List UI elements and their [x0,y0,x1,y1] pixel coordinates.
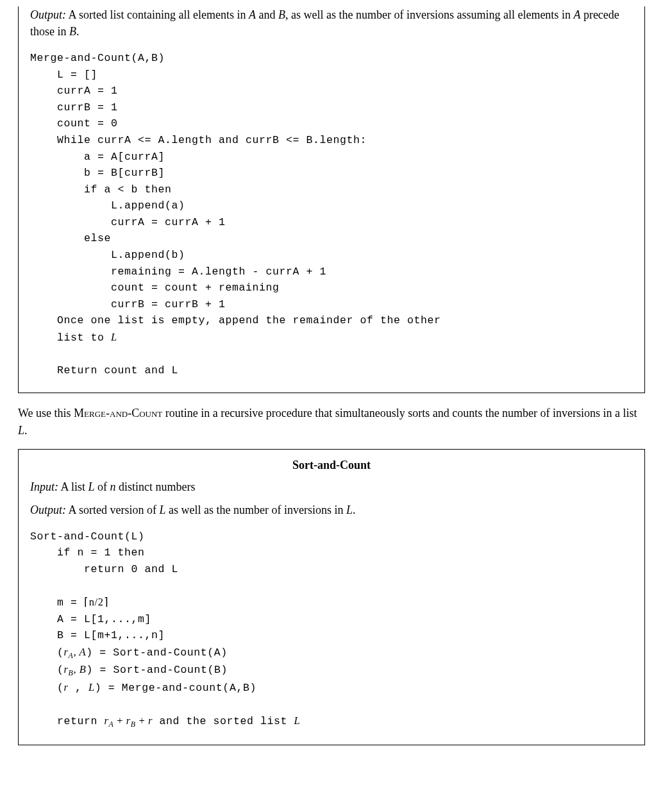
var-A: A [80,646,87,658]
text: distinct numbers [116,480,196,493]
var-L: L [111,331,117,343]
code-line: currA = currA + 1 [30,216,226,228]
code-line: Once one list is empty, append the remai… [30,314,441,326]
text: . [76,25,80,38]
text: as well as the number of inversions in [166,503,346,516]
var-rB: rB [126,715,136,727]
algorithm-box-merge-and-count: Output: A sorted list containing all ele… [18,6,645,393]
var-L: L [88,681,95,693]
text: . [353,503,356,516]
code-line: L.append(b) [30,249,185,261]
code-line: return 0 and L [30,563,178,575]
code-line: L = [] [30,69,97,81]
code-line: count = count + remaining [30,282,280,294]
between-text: We use this Merge-and-Count routine in a… [18,405,645,438]
var-L: L [160,503,166,516]
var-rB: rB [64,663,74,675]
code-line: (r , L) = Merge-and-count(A,B) [30,682,256,694]
code-line: Merge-and-Count(A,B) [30,52,165,64]
var-r: r [64,681,69,693]
algorithm-box-sort-and-count: Sort-and-Count Input: A list L of n dist… [18,449,645,745]
code-line: B = L[m+1,...,n] [30,629,165,641]
var-rA: rA [64,646,74,658]
code-line: currB = currB + 1 [30,298,226,310]
var-L: L [346,503,353,516]
code-line: a = A[currA] [30,151,165,163]
text: and [256,8,278,21]
code-line: currA = 1 [30,85,118,97]
box2-output: Output: A sorted version of L as well as… [30,502,633,518]
var-n: n [110,480,116,493]
code-line: else [30,232,111,244]
code-line: b = B[currB] [30,167,165,179]
code-line: (rB, B) = Sort-and-Count(B) [30,664,228,676]
code-line: A = L[1,...,m] [30,613,151,625]
code-line: L.append(a) [30,199,185,212]
text: A list [58,480,88,493]
code-line: While currA <= A.length and currB <= B.l… [30,134,367,146]
var-A: A [249,8,256,21]
output-label: Output: [30,503,66,516]
var-A: A [573,8,580,21]
code-line: Sort-and-Count(L) [30,530,145,543]
ceil-open: ⌈ [84,596,89,608]
code-line: if n = 1 then [30,546,145,559]
var-B: B [278,8,285,21]
code-line: count = 0 [30,117,118,130]
code-line: m = ⌈n/2⌉ [30,596,108,609]
sort-and-count-code: Sort-and-Count(L) if n = 1 then return 0… [30,529,633,731]
var-L: L [88,480,95,493]
box1-output: Output: A sorted list containing all ele… [30,6,633,40]
var-r: r [148,715,153,727]
text: A sorted version of [66,503,160,516]
ceil-inner: n/2 [89,596,104,608]
text: , as well as the number of inversions as… [285,8,573,21]
algorithm-title: Sort-and-Count [30,459,633,472]
text: A sorted list containing all elements in [66,8,249,21]
page: Output: A sorted list containing all ele… [0,6,663,770]
input-label: Input: [30,480,58,493]
var-rA: rA [105,715,114,727]
text: routine in a recursive procedure that si… [162,407,637,419]
ceil-close: ⌉ [104,596,109,608]
var-L: L [294,715,301,727]
code-line: (rA, A) = Sort-and-Count(A) [30,647,228,659]
text: of [95,480,110,493]
box2-input: Input: A list L of n distinct numbers [30,478,633,495]
var-L: L [18,424,24,437]
code-line: list to L [30,332,117,344]
code-line: if a < b then [30,183,172,196]
var-B: B [69,25,76,38]
merge-and-count-code: Merge-and-Count(A,B) L = [] currA = 1 cu… [30,50,633,378]
output-label: Output: [30,8,66,21]
code-line: currB = 1 [30,101,118,114]
text: We use this [18,407,74,419]
smallcaps-name: Merge-and-Count [74,407,162,419]
var-B: B [80,663,87,675]
code-line: return rA + rB + r and the sorted list L [30,715,300,727]
text: . [24,424,28,437]
code-line: remaining = A.length - currA + 1 [30,266,326,278]
code-line: Return count and L [30,364,178,376]
